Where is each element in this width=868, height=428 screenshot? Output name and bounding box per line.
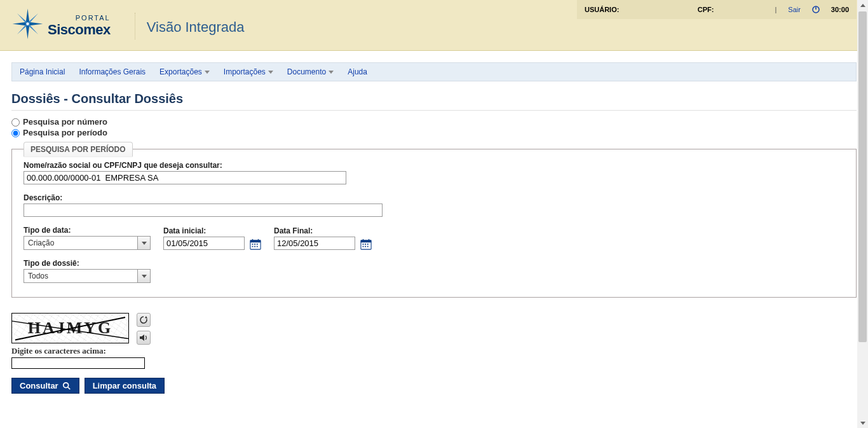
compass-icon [10,6,45,41]
nav-ajuda[interactable]: Ajuda [348,67,367,76]
svg-rect-12 [250,240,261,243]
page-title: Dossiês - Consultar Dossiês [11,92,857,106]
select-tipo-dossie[interactable]: Todos [24,269,151,283]
svg-rect-28 [363,246,364,247]
header-separator [135,13,135,39]
chevron-down-icon [142,275,147,278]
chevron-down-icon [329,71,334,74]
logo-area: PORTAL Siscomex [0,0,123,41]
svg-rect-22 [361,240,371,243]
captcha-refresh-button[interactable] [137,313,151,327]
svg-marker-4 [28,13,39,24]
svg-rect-16 [254,244,255,245]
app-title: Visão Integrada [147,19,245,36]
radio-pesquisa-numero[interactable]: Pesquisa por número [11,117,857,127]
nav-documento[interactable]: Documento [287,67,334,76]
chevron-down-icon [205,71,210,74]
label-tipo-data: Tipo de data: [24,226,151,235]
svg-marker-6 [17,13,28,24]
nav-label: Documento [287,67,326,76]
svg-point-8 [26,22,30,26]
svg-line-36 [67,387,70,389]
captcha-input[interactable] [11,357,145,369]
label-data-final: Data Final: [274,226,372,235]
select-chevron-button[interactable] [137,270,150,282]
svg-point-35 [63,382,68,387]
radio-numero-input[interactable] [11,118,20,127]
main-nav: Página Inicial Informações Gerais Export… [11,62,857,81]
limpar-button[interactable]: Limpar consulta [85,378,165,394]
captcha-image: HAJMYG [11,313,129,343]
input-data-final[interactable] [274,237,355,250]
nav-pagina-inicial[interactable]: Página Inicial [20,67,65,76]
svg-rect-15 [252,244,254,245]
svg-rect-30 [367,246,369,247]
calendar-icon[interactable] [250,238,261,250]
nav-label: Exportações [159,67,202,76]
search-icon [62,382,71,390]
fieldset-periodo: PESQUISA POR PERÍODO Nome/razão social o… [11,149,857,298]
svg-rect-17 [257,244,258,245]
select-value: Todos [24,272,137,280]
radio-pesquisa-periodo[interactable]: Pesquisa por período [11,128,857,137]
svg-marker-5 [17,24,28,35]
svg-rect-18 [252,246,254,247]
label-data-inicial: Data inicial: [163,226,261,235]
svg-rect-25 [363,244,364,245]
user-label: USUÁRIO: [585,6,619,13]
button-label: Consultar [20,381,58,390]
svg-rect-20 [257,246,258,247]
select-chevron-button[interactable] [137,237,150,249]
svg-rect-29 [365,246,366,247]
svg-line-31 [15,317,125,340]
consultar-button[interactable]: Consultar [11,378,79,394]
input-descricao[interactable] [24,204,383,217]
radio-label: Pesquisa por número [23,117,107,127]
audio-icon [139,333,148,342]
svg-rect-27 [367,244,369,245]
label-tipo-dossie: Tipo de dossiê: [24,259,844,268]
select-tipo-data[interactable]: Criação [24,236,151,250]
nav-label: Informações Gerais [79,67,146,76]
input-nome[interactable] [24,171,346,184]
session-timer: 30:00 [831,6,849,13]
radio-label: Pesquisa por período [23,128,107,137]
logo-brand-text: Siscomex [48,22,111,38]
svg-line-32 [12,321,128,339]
button-label: Limpar consulta [93,381,156,390]
svg-marker-34 [140,335,144,341]
scroll-thumb[interactable] [858,11,867,342]
svg-rect-26 [365,244,366,245]
app-header: PORTAL Siscomex Visão Integrada USUÁRIO:… [0,0,868,51]
radio-periodo-input[interactable] [11,129,20,137]
nav-informacoes-gerais[interactable]: Informações Gerais [79,67,146,76]
nav-exportacoes[interactable]: Exportações [159,67,210,76]
nav-label: Página Inicial [20,67,65,76]
page-scrollbar[interactable] [857,0,868,405]
power-icon [812,6,820,13]
svg-marker-33 [145,316,147,319]
logo-portal-text: PORTAL [48,14,111,22]
chevron-down-icon [142,242,147,245]
nav-label: Importações [224,67,266,76]
svg-rect-19 [254,246,255,247]
input-data-inicial[interactable] [163,237,245,250]
label-nome: Nome/razão social ou CPF/CNPJ que deseja… [24,161,844,170]
refresh-icon [139,315,148,324]
cpf-label: CPF: [698,6,714,13]
label-descricao: Descrição: [24,193,844,202]
user-bar: USUÁRIO: CPF: | Sair 30:00 [577,0,857,19]
nav-importacoes[interactable]: Importações [224,67,273,76]
user-bar-sep: | [775,6,776,13]
scroll-up-arrow[interactable] [857,0,868,11]
chevron-down-icon [268,71,273,74]
calendar-icon[interactable] [360,238,372,250]
fieldset-legend: PESQUISA POR PERÍODO [24,142,133,156]
captcha-audio-button[interactable] [137,331,151,345]
captcha-input-label: Digite os caracteres acima: [11,346,857,356]
nav-label: Ajuda [348,67,367,76]
logout-link[interactable]: Sair [788,6,801,13]
select-value: Criação [24,238,137,247]
svg-marker-7 [28,24,39,35]
